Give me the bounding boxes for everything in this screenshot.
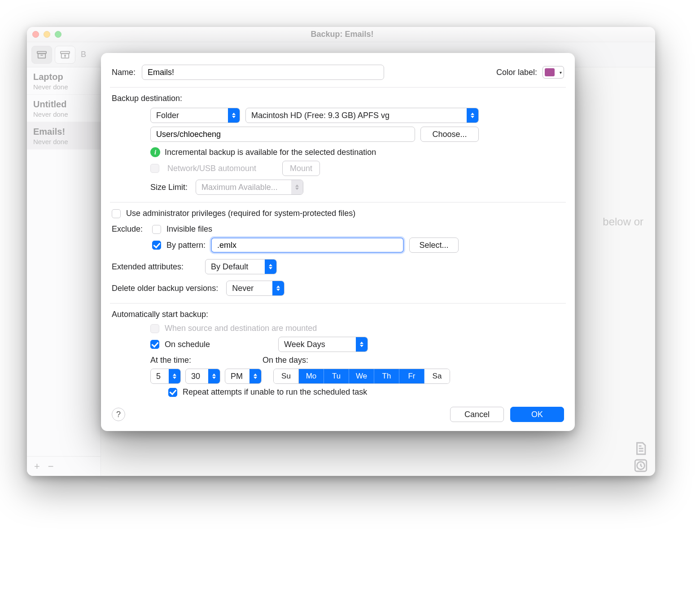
on-schedule-checkbox[interactable] <box>150 340 159 349</box>
updown-icon <box>169 369 180 383</box>
day-toggle-group: Su Mo Tu We Th Fr Sa <box>273 369 450 384</box>
size-limit-label: Size Limit: <box>150 183 188 192</box>
automount-checkbox <box>150 164 159 173</box>
popup-text: PM <box>231 372 249 381</box>
popup-text: Maximum Available... <box>201 183 284 192</box>
delete-old-label: Delete older backup versions: <box>112 284 218 293</box>
hour-stepper[interactable]: 5 <box>150 369 181 384</box>
popup-text: 5 <box>156 372 167 381</box>
day-th[interactable]: Th <box>374 369 399 383</box>
day-mo[interactable]: Mo <box>299 369 324 383</box>
popup-text: Macintosh HD (Free: 9.3 GB) APFS vg <box>251 111 396 120</box>
exclude-label: Exclude: <box>112 224 147 234</box>
info-text: Incremental backup is available for the … <box>165 148 376 157</box>
exclude-invisible-checkbox[interactable] <box>152 225 161 234</box>
auto-mounted-checkbox <box>150 324 159 333</box>
exclude-pattern-checkbox[interactable] <box>152 241 161 250</box>
day-tu[interactable]: Tu <box>324 369 349 383</box>
repeat-checkbox[interactable] <box>168 388 177 397</box>
updown-icon <box>291 180 303 194</box>
auto-mounted-label: When source and destination are mounted <box>165 324 317 333</box>
ext-attr-popup[interactable]: By Default <box>205 259 277 274</box>
exclude-pattern-field[interactable] <box>211 238 404 253</box>
updown-icon <box>265 260 276 274</box>
repeat-label: Repeat attempts if unable to run the sch… <box>183 387 367 397</box>
destination-path-input[interactable] <box>155 129 410 140</box>
auto-header: Automatically start backup: <box>112 310 564 319</box>
destination-path-field[interactable] <box>150 127 415 142</box>
ext-attr-label: Extended attributes: <box>112 262 184 272</box>
at-time-label: At the time: <box>150 356 245 365</box>
size-limit-popup: Maximum Available... <box>196 180 303 195</box>
updown-icon <box>356 337 368 352</box>
on-schedule-label: On schedule <box>165 340 210 349</box>
exclude-pattern-input[interactable] <box>216 240 398 251</box>
popup-text: By Default <box>211 262 254 272</box>
automount-label: Network/USB automount <box>167 164 256 173</box>
admin-checkbox[interactable] <box>112 209 121 218</box>
name-label: Name: <box>112 68 136 77</box>
updown-icon <box>249 369 261 383</box>
popup-text: 30 <box>191 372 206 381</box>
admin-label: Use administrator privileges (required f… <box>126 209 355 218</box>
exclude-invisible-label: Invisible files <box>166 224 212 234</box>
ampm-stepper[interactable]: PM <box>225 369 262 384</box>
destination-type-popup[interactable]: Folder <box>150 108 240 123</box>
destination-volume-popup[interactable]: Macintosh HD (Free: 9.3 GB) APFS vg <box>245 108 479 123</box>
popup-text: Folder <box>156 111 185 120</box>
cancel-button[interactable]: Cancel <box>450 407 504 422</box>
info-icon: i <box>150 147 160 157</box>
updown-icon <box>208 369 220 383</box>
updown-icon <box>272 281 284 295</box>
minute-stepper[interactable]: 30 <box>185 369 220 384</box>
updown-icon <box>467 108 478 123</box>
exclude-pattern-label: By pattern: <box>166 241 206 250</box>
name-input[interactable] <box>147 67 379 78</box>
ok-button[interactable]: OK <box>510 407 564 422</box>
color-label-text: Color label: <box>496 68 537 77</box>
color-swatch-icon <box>545 68 555 76</box>
on-days-label: On the days: <box>262 356 308 365</box>
schedule-type-popup[interactable]: Week Days <box>278 337 368 352</box>
name-field[interactable] <box>142 65 384 80</box>
destination-header: Backup destination: <box>112 94 564 103</box>
select-pattern-button[interactable]: Select... <box>409 238 459 253</box>
help-button[interactable]: ? <box>112 408 125 421</box>
day-we[interactable]: We <box>349 369 374 383</box>
day-sa[interactable]: Sa <box>424 369 450 383</box>
chevron-down-icon: ▾ <box>560 70 562 75</box>
day-su[interactable]: Su <box>274 369 299 383</box>
mount-button: Mount <box>282 161 320 176</box>
popup-text: Never <box>232 284 260 293</box>
backup-sheet: Name: Color label: ▾ Backup destination:… <box>101 53 575 431</box>
updown-icon <box>228 108 240 123</box>
delete-old-popup[interactable]: Never <box>226 281 284 296</box>
color-label-picker[interactable]: ▾ <box>542 66 564 79</box>
day-fr[interactable]: Fr <box>399 369 424 383</box>
popup-text: Week Days <box>284 340 332 349</box>
choose-button[interactable]: Choose... <box>420 127 479 142</box>
